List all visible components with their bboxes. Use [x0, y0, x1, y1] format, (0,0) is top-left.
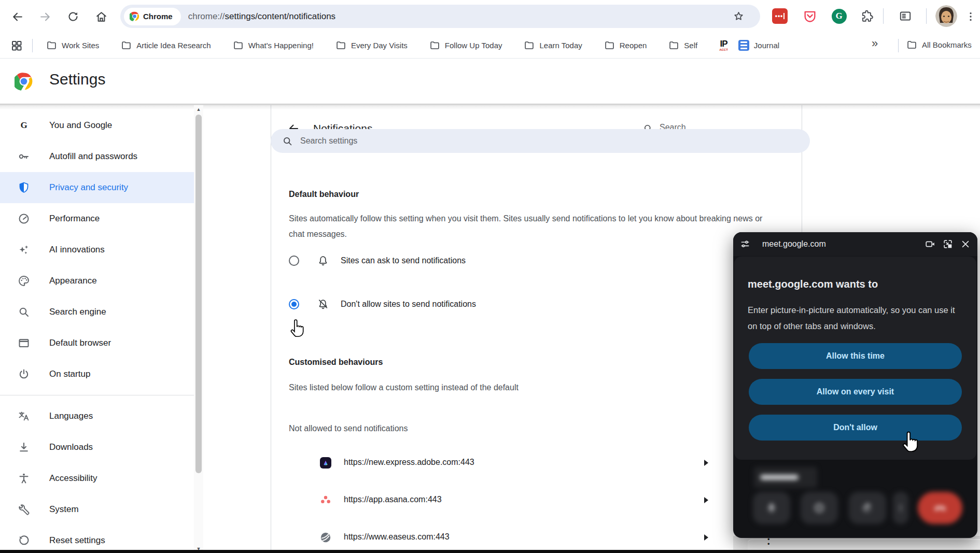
- bell-icon: [317, 254, 329, 267]
- not-allowed-list-title: Not allowed to send notifications: [289, 421, 408, 436]
- bookmarks-bar: Work Sites Article Idea Research What's …: [0, 33, 980, 59]
- pip-window-titlebar[interactable]: meet.google.com: [733, 232, 977, 256]
- profile-avatar[interactable]: [935, 5, 957, 27]
- bookmark-folder-learn-today[interactable]: Learn Today: [524, 40, 582, 51]
- scrollbar-thumb[interactable]: [195, 115, 202, 473]
- settings-search-box[interactable]: Search settings: [271, 129, 810, 153]
- sidebar-item-label: Reset settings: [49, 535, 105, 546]
- site-info-chip[interactable]: Chrome: [124, 8, 181, 25]
- sidebar-item-autofill[interactable]: Autofill and passwords: [0, 141, 194, 172]
- address-bar[interactable]: Chrome chrome://settings/content/notific…: [120, 5, 760, 28]
- sidebar-item-system[interactable]: System: [0, 494, 194, 525]
- option-label: Sites can ask to send notifications: [341, 256, 466, 265]
- sidebar-item-accessibility[interactable]: Accessibility: [0, 463, 194, 494]
- sidebar-item-label: AI innovations: [49, 245, 105, 255]
- sidebar-scrollbar[interactable]: ▲ ▼: [194, 105, 203, 553]
- bookmark-folder-article-idea-research[interactable]: Article Idea Research: [121, 40, 211, 51]
- bookmark-label: Journal: [754, 41, 779, 50]
- apps-grid-button[interactable]: [10, 39, 23, 52]
- star-icon: [733, 10, 745, 22]
- subpage-arrow-icon[interactable]: [704, 459, 709, 469]
- speedometer-icon: [18, 212, 30, 225]
- browser-menu-button[interactable]: [961, 7, 980, 26]
- bookmarks-overflow-button[interactable]: »: [867, 37, 883, 50]
- lastpass-extension-icon[interactable]: •••: [771, 7, 789, 25]
- sidebar-item-you-and-google[interactable]: G You and Google: [0, 110, 194, 141]
- bookmark-ip-acct[interactable]: IP ACCT: [719, 39, 728, 51]
- pip-window-title: meet.google.com: [762, 239, 826, 249]
- mic-button[interactable]: [753, 492, 790, 524]
- reload-button[interactable]: [64, 7, 82, 26]
- site-row-adobe-express[interactable]: https://new.express.adobe.com:443: [271, 444, 802, 481]
- bookmark-star-button[interactable]: [733, 10, 745, 24]
- settings-search-placeholder: Search settings: [300, 136, 357, 146]
- allow-on-every-visit-button[interactable]: Allow on every visit: [749, 379, 962, 405]
- radio-selected[interactable]: [289, 299, 299, 309]
- sidebar-item-label: On startup: [49, 369, 90, 379]
- option-dont-allow[interactable]: Don't allow sites to send notifications: [289, 294, 476, 315]
- bookmark-folder-work-sites[interactable]: Work Sites: [46, 40, 99, 51]
- background-window-dots: ••: [767, 537, 770, 546]
- option-label: Don't allow sites to send notifications: [341, 300, 476, 309]
- kebab-menu-icon: [965, 11, 976, 22]
- sidebar-item-search-engine[interactable]: Search engine: [0, 296, 194, 328]
- radio-unselected[interactable]: [289, 256, 299, 266]
- forward-button[interactable]: [36, 7, 54, 26]
- tune-icon: [736, 235, 754, 253]
- kebab-menu-icon: [897, 504, 905, 512]
- extensions-puzzle-button[interactable]: [858, 7, 876, 25]
- dont-allow-button[interactable]: Don't allow: [749, 415, 962, 441]
- bell-off-icon: [317, 298, 329, 310]
- bookmark-folder-reopen[interactable]: Reopen: [604, 40, 647, 51]
- sidebar-item-languages[interactable]: Languages: [0, 401, 194, 432]
- site-row-easeus[interactable]: https://www.easeus.com:443: [271, 519, 802, 553]
- folder-icon: [429, 40, 440, 51]
- side-panel-button[interactable]: [896, 7, 915, 25]
- subpage-arrow-icon[interactable]: [704, 497, 709, 506]
- bookmark-folder-follow-up-today[interactable]: Follow Up Today: [429, 40, 502, 51]
- allow-this-time-button[interactable]: Allow this time: [749, 343, 962, 369]
- sidebar-item-performance[interactable]: Performance: [0, 203, 194, 234]
- url-scheme: chrome://: [188, 11, 225, 21]
- sidebar-item-reset-settings[interactable]: Reset settings: [0, 525, 194, 553]
- home-button[interactable]: [92, 7, 110, 26]
- pip-window: meet.google.com meet.google.com wants to…: [733, 232, 977, 538]
- sidebar-item-downloads[interactable]: Downloads: [0, 432, 194, 463]
- sidebar-item-ai-innovations[interactable]: AI innovations: [0, 234, 194, 265]
- side-panel-icon: [899, 9, 912, 23]
- option-sites-can-ask[interactable]: Sites can ask to send notifications: [289, 250, 466, 271]
- reactions-button[interactable]: [849, 492, 886, 524]
- sidebar-item-privacy-and-security[interactable]: Privacy and security: [0, 172, 194, 203]
- bookmark-folder-self[interactable]: Self: [668, 40, 697, 51]
- scrollbar-up-arrow[interactable]: ▲: [194, 105, 203, 114]
- sidebar-item-on-startup[interactable]: On startup: [0, 359, 194, 390]
- pip-camera-button[interactable]: [921, 235, 939, 253]
- pip-close-button[interactable]: [957, 235, 974, 253]
- wrench-icon: [18, 503, 30, 516]
- bookmark-label: What's Happening!: [248, 41, 314, 50]
- back-button[interactable]: [8, 7, 26, 26]
- sidebar-item-label: You and Google: [49, 120, 112, 131]
- grammarly-extension-icon[interactable]: G: [830, 7, 848, 25]
- sparkles-icon: [18, 244, 30, 256]
- sidebar-divider: [0, 395, 194, 395]
- more-options-button[interactable]: [893, 492, 908, 524]
- all-bookmarks-button[interactable]: All Bookmarks: [906, 39, 972, 50]
- end-call-button[interactable]: [918, 492, 962, 524]
- sidebar-item-appearance[interactable]: Appearance: [0, 265, 194, 296]
- key-icon: [18, 150, 30, 163]
- camera-off-icon: [813, 502, 825, 514]
- site-row-asana[interactable]: https://app.asana.com:443: [271, 481, 802, 519]
- bookmark-journal[interactable]: Journal: [738, 40, 779, 51]
- subpage-arrow-icon[interactable]: [704, 534, 709, 543]
- sidebar-item-default-browser[interactable]: Default browser: [0, 328, 194, 359]
- avatar-image: [935, 5, 957, 27]
- bookmark-folder-whats-happening[interactable]: What's Happening!: [233, 40, 314, 51]
- pip-back-to-tab-button[interactable]: [939, 235, 957, 253]
- asana-favicon: [320, 494, 331, 506]
- sidebar-item-label: Performance: [49, 214, 100, 224]
- site-chip-label: Chrome: [143, 12, 173, 21]
- bookmark-folder-every-day-visits[interactable]: Every Day Visits: [335, 40, 408, 51]
- pocket-extension-icon[interactable]: [801, 7, 819, 25]
- camera-button[interactable]: [801, 492, 838, 524]
